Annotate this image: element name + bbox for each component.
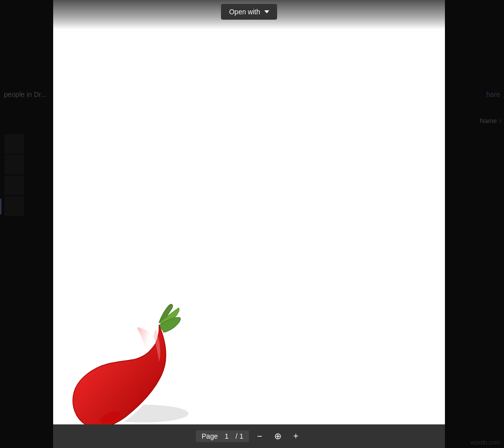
- chili-image: [63, 296, 191, 438]
- open-with-label: Open with: [229, 8, 260, 16]
- open-with-button[interactable]: Open with: [221, 4, 277, 20]
- page-current-input[interactable]: [220, 432, 233, 440]
- page-separator: /: [235, 432, 237, 440]
- zoom-fit-button[interactable]: ⊕: [270, 429, 285, 444]
- preview-content: [53, 0, 445, 448]
- plus-icon: +: [293, 431, 299, 442]
- preview-top-bar: Open with: [53, 0, 445, 30]
- chili-svg: [63, 296, 191, 438]
- magnify-icon: ⊕: [274, 431, 282, 442]
- preview-modal: Open with: [53, 0, 445, 448]
- page-label: Page: [202, 432, 218, 440]
- page-info-group: Page / 1: [196, 430, 249, 442]
- chevron-down-icon: [264, 10, 269, 13]
- zoom-out-button[interactable]: −: [253, 429, 266, 444]
- zoom-in-button[interactable]: +: [289, 429, 303, 444]
- minus-icon: −: [257, 431, 262, 442]
- page-total: 1: [239, 432, 243, 440]
- preview-toolbar: Page / 1 − ⊕ +: [53, 424, 445, 448]
